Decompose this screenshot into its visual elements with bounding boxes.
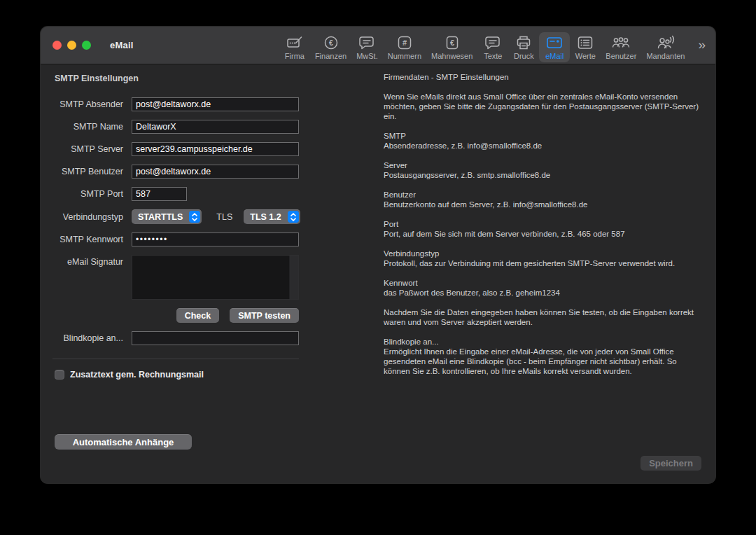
help-section: Port Port, auf dem Sie sich mit dem Serv… [384,219,704,239]
form-row: SMTP Server [55,142,349,156]
minimize-button[interactable] [67,41,76,50]
blindkopie-label: Blindkopie an... [55,333,123,343]
toolbar-item-druck[interactable]: Druck [508,32,539,62]
smtp-server-input[interactable] [132,142,299,156]
signature-icon [286,34,303,51]
help-section: Wenn Sie eMails direkt aus Small Office … [384,92,704,121]
zoom-button[interactable] [82,41,91,50]
email-signatur-textarea[interactable] [132,255,299,300]
hash-square-icon: # [397,34,412,51]
smtp-testen-button[interactable]: SMTP testen [230,308,299,323]
zusatztext-checkbox[interactable] [55,370,64,380]
svg-text:€: € [329,38,333,46]
list-icon [577,34,594,51]
help-section: Kennwort das Paßwort des Benutzer, also … [384,278,704,298]
toolbar-item-benutzer[interactable]: Benutzer [601,32,641,62]
smtp-settings-form: SMTP Einstellungen SMTP Absender SMTP Na… [55,74,349,380]
toolbar-item-mandanten[interactable]: Mandanten [641,32,690,62]
help-section: Nachdem Sie die Daten eingegeben haben k… [384,307,704,327]
printer-icon [516,34,531,51]
euro-circle-icon: € [323,34,339,51]
app-window: eMail Firma € [41,27,715,483]
toolbar-label: Mahnwesen [431,52,472,60]
email-signatur-label: eMail Signatur [55,257,123,267]
form-row: Verbindungstyp STARTTLS TLS TLS 1.2 [55,209,349,224]
smtp-name-input[interactable] [132,120,299,134]
zusatztext-checkbox-label: Zusatztext gem. Rechnungsmail [70,370,204,380]
content-area: SMTP Einstellungen SMTP Absender SMTP Na… [41,64,715,482]
check-button[interactable]: Check [176,308,220,323]
chevron-up-down-icon [288,211,299,223]
svg-text:€: € [450,39,454,47]
toolbar-label: Nummern [388,52,421,60]
smtp-absender-label: SMTP Absender [55,99,123,109]
toolbar-item-mwst[interactable]: MwSt. [351,32,383,62]
smtp-server-label: SMTP Server [55,144,123,154]
smtp-absender-input[interactable] [132,97,299,111]
smtp-port-input[interactable] [132,187,187,201]
form-row: SMTP Benutzer [55,165,349,179]
toolbar-item-finanzen[interactable]: € Finanzen [310,32,351,62]
verbindungstyp-label: Verbindungstyp [55,212,123,222]
help-section: Verbindungstyp Protokoll, das zur Verbin… [384,249,704,268]
speichern-button[interactable]: Speichern [640,456,701,471]
form-row: SMTP Port [55,187,349,201]
automatische-anhaenge-button[interactable]: Automatische Anhänge [55,434,192,450]
help-section: Server Postausgangsserver, z.B. smtp.sma… [384,160,704,180]
toolbar-label: Mandanten [646,52,685,60]
smtp-benutzer-input[interactable] [132,165,299,179]
toolbar-label: Texte [484,52,502,60]
toolbar-label: eMail [545,52,564,60]
form-header: SMTP Einstellungen [55,74,349,83]
toolbar-overflow-chevron[interactable]: » [690,32,715,51]
verbindungstyp-dropdown[interactable]: STARTTLS [132,209,202,224]
euro-square-icon: € [444,34,460,51]
users-three-icon [611,34,631,51]
speech-bubble-icon [484,34,501,51]
titlebar: eMail Firma € [41,27,715,64]
help-section: Blindkopie an... Ermöglicht Ihnen die Ei… [384,337,704,376]
envelope-icon [546,34,563,51]
help-title: Firmendaten - SMTP Einstellungen [384,72,704,82]
toolbar-label: Benutzer [606,52,636,60]
form-row: Blindkopie an... [55,331,349,345]
help-panel: Firmendaten - SMTP Einstellungen Wenn Si… [384,72,704,386]
toolbar-label: Finanzen [315,52,346,60]
toolbar-item-firma[interactable]: Firma [279,32,310,62]
toolbar-label: MwSt. [356,52,378,60]
signatur-scrollbar[interactable] [289,256,298,299]
form-row: SMTP Kennwort [55,232,349,246]
tls-value: TLS 1.2 [250,212,281,222]
form-divider [52,359,299,359]
svg-text:#: # [402,39,407,47]
toolbar-item-mahnwesen[interactable]: € Mahnwesen [426,32,477,62]
verbindungstyp-value: STARTTLS [138,212,183,222]
toolbar-item-email[interactable]: eMail [539,32,570,62]
toolbar: Firma € Finanzen MwSt. [279,29,715,62]
traffic-lights [41,41,91,50]
smtp-name-label: SMTP Name [55,122,123,132]
tls-dropdown[interactable]: TLS 1.2 [244,209,300,224]
smtp-kennwort-label: SMTP Kennwort [55,235,123,244]
users-sound-icon [657,34,675,51]
speech-bubble-icon [358,34,375,51]
smtp-benutzer-label: SMTP Benutzer [55,167,123,176]
toolbar-label: Druck [514,52,534,60]
form-row: eMail Signatur [55,255,349,300]
form-row: SMTP Absender [55,97,349,111]
blindkopie-input[interactable] [132,331,299,345]
toolbar-item-werte[interactable]: Werte [570,32,601,62]
close-button[interactable] [52,41,62,50]
toolbar-label: Firma [285,52,304,60]
chevron-up-down-icon [189,211,200,223]
help-section: Benutzer Benutzerkonto auf dem Server, z… [384,190,704,209]
zusatztext-row: Zusatztext gem. Rechnungsmail [55,370,349,380]
help-section: SMTP Absenderadresse, z.B. info@smalloff… [384,131,704,151]
toolbar-item-nummern[interactable]: # Nummern [383,32,426,62]
smtp-port-label: SMTP Port [55,189,123,199]
test-buttons-row: Check SMTP testen [55,308,299,323]
form-row: SMTP Name [55,120,349,134]
tls-label: TLS [216,212,232,222]
smtp-kennwort-input[interactable] [132,232,299,246]
toolbar-item-texte[interactable]: Texte [477,32,508,62]
